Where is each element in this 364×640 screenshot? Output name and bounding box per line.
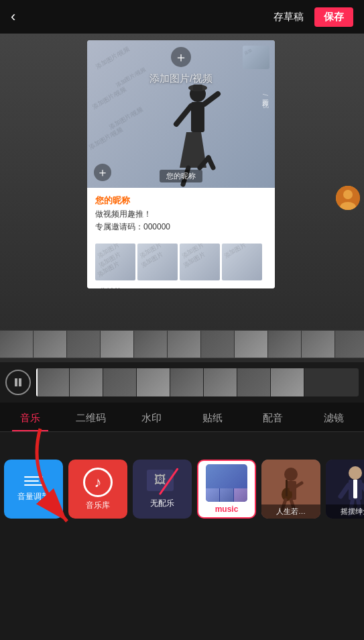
svg-line-4 [176,106,191,124]
tab-dubbing[interactable]: 配音 [243,405,304,431]
playback-strip [0,362,364,403]
tabs-bar: 音乐 二维码 水印 贴纸 配音 滤镜 [0,403,364,432]
thumb-3[interactable]: 添加图片 添加图片 [180,244,220,280]
nomusic-icon: 🖼 [147,470,178,495]
timeline-strip-bg [0,325,364,362]
tool-selected-music[interactable]: music [197,460,256,519]
timeline[interactable] [36,368,359,396]
media-label: 图片/视 [260,94,269,96]
timeline-frame-1 [36,368,70,396]
add-media-top-btn[interactable]: ＋ [171,47,191,67]
person1-thumb: 人生若… [261,460,320,519]
tab-qrcode[interactable]: 二维码 [61,405,122,431]
thumb-1[interactable]: 添加图片 添加图片 添加图片 [95,244,135,280]
video-canvas: 添加图片/视频 添加图片/视频 添加图片/视频 添加图片/视频 添加图片/视频 … [87,40,275,188]
timeline-frame-6 [204,368,237,396]
tool-nomusic[interactable]: 🖼 无配乐 [133,460,192,519]
volume-icon [19,476,48,486]
svg-rect-19 [286,480,288,496]
person2-thumb: 摇摆绅士 [326,460,364,519]
video-title: 您的昵称 [95,195,267,207]
svg-rect-26 [353,480,357,498]
tab-filter[interactable]: 滤镜 [304,405,365,431]
timeline-frame-3 [103,368,137,396]
svg-point-11 [343,190,353,199]
timeline-frame-2 [70,368,103,396]
thumb-2[interactable]: 添加图片 添加图片 [137,244,178,280]
svg-rect-13 [15,378,17,386]
tool-nomusic-label: 无配乐 [150,498,174,509]
timeline-frame-4 [137,368,170,396]
preview-area: 添加图片/视频 添加图片/视频 添加图片/视频 添加图片/视频 添加图片/视频 … [0,34,364,362]
playhead [36,368,38,396]
svg-rect-2 [193,85,202,91]
video-desc: 做视频用趣推！ [95,209,267,220]
svg-point-16 [284,468,298,481]
video-code: 专属邀请码：000000 [95,221,267,233]
thumb-4[interactable]: 添加图片 [222,244,262,280]
tool-selected-label: music [215,504,239,514]
wm2: 添加图片/视频 [115,66,147,89]
person1-label: 人生若… [261,504,320,519]
tab-sticker[interactable]: 贴纸 [182,405,243,431]
tab-watermark[interactable]: 水印 [121,405,182,431]
wm1: 添加图片/视频 [95,45,131,72]
right-avatar [336,186,360,210]
svg-point-24 [349,466,362,480]
timeline-frame-5 [170,368,204,396]
video-info: 您的昵称 做视频用趣推！ 专属邀请码：000000 [87,188,275,239]
tools-grid: 音量调节 ♪ 音乐库 🖼 无配乐 music [0,432,364,546]
tool-volume[interactable]: 音量调节 [4,460,63,519]
user-label: 您的昵称 [160,170,202,182]
svg-line-5 [204,94,218,104]
wm5: 添加图片/视频 [88,125,125,152]
add-media-bl-btn[interactable]: ＋ [94,164,111,181]
selected-music-thumb [206,464,247,502]
tool-musiclib-label: 音乐库 [86,500,110,511]
svg-rect-14 [19,378,21,386]
person2-label: 摇摆绅士 [326,504,364,519]
tool-person2[interactable]: 摇摆绅士 [326,460,364,519]
thumb-strip: 添加图片 添加图片 添加图片 添加图片 添加图片 添加图片 添加图片 添加图片 [87,239,275,284]
time-label: 2分钟前 ⊞ [87,284,275,288]
timeline-frame-8 [271,368,304,396]
tab-music[interactable]: 音乐 [0,405,61,431]
wm3: 添加图片/视频 [91,85,128,112]
draft-button[interactable]: 存草稿 [274,11,304,23]
svg-line-9 [208,158,213,168]
expand-icon[interactable]: ⊞ [259,286,267,288]
tool-musiclib[interactable]: ♪ 音乐库 [68,460,127,519]
header: ‹ 存草稿 保存 [0,0,364,34]
video-preview-card: 添加图片/视频 添加图片/视频 添加图片/视频 添加图片/视频 添加图片/视频 … [87,40,275,288]
save-button[interactable]: 保存 [314,7,353,27]
back-button[interactable]: ‹ [11,8,15,25]
tool-volume-label: 音量调节 [17,491,50,502]
header-actions: 存草稿 保存 [274,7,353,27]
tool-person1[interactable]: 人生若… [261,460,320,519]
pause-button[interactable] [5,370,31,395]
wm4: 添加图片/视频 [108,105,145,132]
timeline-frame-7 [237,368,271,396]
musiclib-icon: ♪ [83,468,113,497]
thumb-corner: 添加 [243,46,269,69]
